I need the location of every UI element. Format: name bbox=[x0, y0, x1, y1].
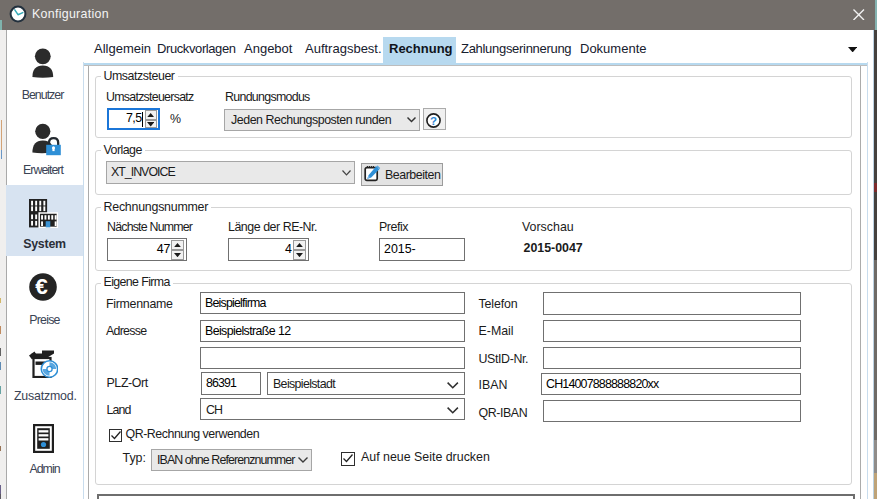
svg-text:€: € bbox=[35, 274, 48, 299]
svg-text:?: ? bbox=[430, 115, 437, 127]
